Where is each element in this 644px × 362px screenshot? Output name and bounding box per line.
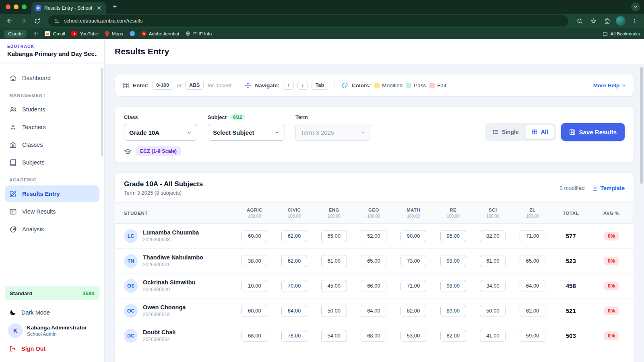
sidebar-item-students[interactable]: Students	[5, 101, 99, 118]
mark-input[interactable]	[321, 305, 347, 317]
mark-input[interactable]	[281, 330, 307, 342]
column-header-total: TOTAL	[552, 203, 589, 224]
mark-input[interactable]	[361, 280, 386, 292]
column-header-math: MATH100.00	[394, 203, 433, 224]
bookmark-acrobat[interactable]: Adobe Acrobat	[141, 31, 179, 36]
mark-input[interactable]	[281, 305, 307, 317]
mark-input[interactable]	[281, 255, 307, 267]
bookmark-maps[interactable]: Maps	[105, 31, 123, 37]
mark-input[interactable]	[480, 330, 506, 342]
mark-input[interactable]	[400, 305, 426, 317]
tab-search-button[interactable]	[631, 2, 640, 11]
column-header-geo: GEO100.00	[354, 203, 394, 224]
legend-fail: Fail	[429, 82, 446, 88]
sidebar-nav: Dashboard MANAGEMENT Students Teachers C…	[0, 64, 104, 282]
bookmark-star-icon[interactable]	[588, 15, 599, 27]
minimize-window-button[interactable]	[14, 4, 19, 9]
mark-input[interactable]	[242, 230, 267, 242]
profile-avatar[interactable]	[615, 15, 626, 27]
bookmark-youtube[interactable]: YouTube	[71, 31, 98, 36]
mark-input[interactable]	[361, 305, 386, 317]
bookmark-claude[interactable]: Claude	[4, 30, 27, 38]
maximize-window-button[interactable]	[22, 4, 27, 9]
mark-input[interactable]	[480, 230, 506, 242]
mark-input[interactable]	[242, 255, 267, 267]
sidebar-item-view-results[interactable]: View Results	[5, 203, 99, 220]
avg-badge: 0%	[604, 282, 619, 290]
address-bar[interactable]: school.edutrackzambia.com/results	[48, 15, 568, 27]
mark-input[interactable]	[520, 305, 545, 317]
tab-close-icon[interactable]: ✕	[95, 4, 103, 12]
save-results-button[interactable]: Save Results	[561, 123, 625, 141]
mark-input[interactable]	[400, 330, 426, 342]
mark-input[interactable]	[520, 230, 545, 242]
mark-input[interactable]	[440, 230, 466, 242]
mark-input[interactable]	[361, 230, 386, 242]
sidebar-item-results-entry[interactable]: Results Entry	[5, 185, 99, 202]
extensions-icon[interactable]	[601, 15, 613, 27]
back-button[interactable]	[4, 15, 15, 27]
page-scrollbar[interactable]	[640, 67, 643, 184]
apps-grid-icon[interactable]	[33, 31, 38, 36]
mark-input[interactable]	[321, 255, 347, 267]
chevron-down-icon	[275, 130, 280, 135]
all-bookmarks-button[interactable]: All Bookmarks	[603, 31, 640, 37]
globe-icon	[186, 31, 191, 36]
bookmark-gmail[interactable]: Gmail	[45, 31, 65, 36]
mark-input[interactable]	[242, 280, 267, 292]
mark-input[interactable]	[242, 305, 267, 317]
zoom-icon[interactable]	[574, 15, 585, 27]
forward-button[interactable]	[18, 15, 29, 27]
filter-card: Class Grade 10A Subject 8/12	[115, 106, 634, 163]
close-window-button[interactable]	[6, 4, 10, 9]
mark-input[interactable]	[321, 230, 347, 242]
mark-input[interactable]	[281, 280, 307, 292]
bookmark-favicon-dot[interactable]	[130, 31, 135, 36]
mark-input[interactable]	[480, 255, 506, 267]
mark-input[interactable]	[400, 255, 426, 267]
class-select[interactable]: Grade 10A	[124, 124, 197, 141]
mark-input[interactable]	[520, 280, 545, 292]
mark-input[interactable]	[361, 330, 386, 342]
sidebar-item-teachers[interactable]: Teachers	[5, 119, 99, 136]
more-help-link[interactable]: More Help	[593, 82, 626, 88]
results-subtitle: Term 3 2025 (8 subjects)	[124, 190, 203, 196]
mark-input[interactable]	[440, 255, 466, 267]
view-all-button[interactable]: All	[525, 125, 554, 139]
mark-input[interactable]	[321, 330, 347, 342]
mark-input[interactable]	[520, 255, 545, 267]
mark-input[interactable]	[281, 230, 307, 242]
sign-out-icon	[9, 345, 17, 352]
browser-tab[interactable]: Results Entry - School Manag ✕	[31, 2, 106, 14]
mark-input[interactable]	[400, 280, 426, 292]
mark-input[interactable]	[440, 305, 466, 317]
bookmark-php-info[interactable]: PHP Info	[186, 31, 212, 36]
table-row: TN Thandiwe Nabulambo 2026300001 523 0%	[115, 249, 634, 274]
mark-input[interactable]	[440, 280, 466, 292]
subject-select[interactable]: Select Subject	[208, 124, 285, 141]
view-single-button[interactable]: Single	[487, 125, 524, 139]
mark-input[interactable]	[321, 280, 347, 292]
sidebar-scrollbar[interactable]	[101, 68, 103, 156]
reload-button[interactable]	[31, 15, 43, 27]
dark-mode-toggle[interactable]: Dark Mode	[5, 304, 99, 321]
mark-input[interactable]	[361, 255, 386, 267]
mark-input[interactable]	[480, 305, 506, 317]
table-row: OS Ockrinah Simwiibu 2026300020 458 0%	[115, 274, 634, 298]
menu-kebab-icon[interactable]	[629, 15, 640, 27]
sidebar-item-subjects[interactable]: Subjects	[5, 154, 99, 171]
chevron-down-icon	[633, 4, 638, 9]
mark-input[interactable]	[440, 330, 466, 342]
mark-input[interactable]	[400, 230, 426, 242]
sidebar-item-dashboard[interactable]: Dashboard	[5, 70, 99, 86]
user-profile[interactable]: K Kabanga Administrator School Admin	[5, 321, 99, 340]
mark-input[interactable]	[520, 330, 545, 342]
sidebar-item-classes[interactable]: Classes	[5, 136, 99, 153]
template-download-link[interactable]: Template	[592, 185, 625, 191]
new-tab-button[interactable]: +	[110, 3, 120, 10]
sidebar-item-analysis[interactable]: Analysis	[5, 221, 99, 238]
mark-input[interactable]	[242, 330, 267, 342]
sign-out-button[interactable]: Sign Out	[5, 340, 99, 357]
mark-input[interactable]	[480, 280, 506, 292]
term-select[interactable]: Term 3 2025	[295, 124, 371, 141]
